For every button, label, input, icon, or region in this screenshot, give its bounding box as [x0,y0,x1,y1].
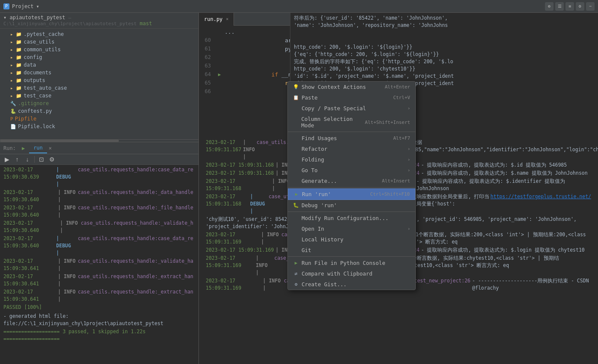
tree-item-test-case[interactable]: ▸ 📁 test_case [0,92,198,100]
project-icon: P [3,3,9,9]
tree-item-data[interactable]: ▸ 📁 data [0,61,198,69]
menu-git[interactable]: Git [288,245,415,255]
menu-column-selection[interactable]: Column Selection Mode Alt+Shift+Insert [288,114,415,131]
sidebar-root-name: apiautotest_pytest [9,15,65,21]
menu-local-history[interactable]: Local History [288,234,415,245]
compare-icon: ⇄ [293,271,299,277]
tab-close-btn[interactable]: × [226,17,228,21]
menu-label-modify: Modify Run Configuration... [302,215,388,221]
folder-icon: ▸ 📁 [10,78,22,83]
scroll-down-btn[interactable]: ↓ [23,155,32,164]
action-minimize[interactable]: − [586,2,595,11]
menu-label-column: Column Selection Mode [301,116,365,129]
tab-run-py[interactable]: run.py × [199,13,234,26]
log-line: 2023-02-17 15:09:30.640 | DEBUG | case_u… [0,235,198,257]
menu-generate[interactable]: Generate... Alt+Insert [288,176,415,186]
tree-label: test_case [24,93,51,99]
tree-label: outputs [24,77,45,83]
shortcut-run: Ctrl+Shift+F10 [370,191,410,197]
menu-label-generate: Generate... [302,178,337,184]
menu-find-usages[interactable]: Find Usages Alt+F7 [288,133,415,144]
python-file-icon: 🐍 [10,109,16,114]
folder-icon: ▸ 📁 [10,93,22,99]
title-bar: P Project ▾ ⊕ ☰ ≡ ⚙ − [0,0,598,13]
menu-goto[interactable]: Go To › [288,165,415,176]
tree-item-documents[interactable]: ▸ 📁 documents [0,69,198,76]
copy-paste-icon [293,106,299,112]
menu-compare-clipboard[interactable]: ⇄ Compare with Clipboard [288,268,415,279]
tree-item-common-utils[interactable]: ▸ 📁 common_utils [0,46,198,53]
menu-label-run-python: Run File in Python Console [302,260,385,266]
action-add[interactable]: ⊕ [545,2,554,11]
menu-show-context-actions[interactable]: 💡 Show Context Actions Alt+Enter [288,82,415,92]
menu-open-in[interactable]: Open In › [288,223,415,234]
menu-paste[interactable]: 📋 Paste Ctrl+V [288,92,415,103]
separator-4 [288,256,415,257]
menu-create-gist[interactable]: ⚙ Create Gist... [288,279,415,290]
title-separator: ▾ [36,3,39,9]
file-icon: 📄 [10,124,16,129]
tab-run[interactable]: run [29,143,47,153]
tree-label: Pipfile [15,116,37,122]
bottom-panel: Run: ▶ run × ▶ ↑ ↓ ⊡ ⚙ 2023-02-17 15:09:… [0,142,198,364]
generate-icon [293,178,299,184]
paste-icon: 📋 [293,95,299,101]
log-line: 2023-02-17 15:09:30.641 | INFO | case_ut… [0,288,198,303]
title-text: Project [12,3,34,9]
tree-item-outputs[interactable]: ▸ 📁 outputs [0,76,198,84]
tree-label: config [24,54,42,60]
sidebar: ▾ apiautotest_pytest – C:\1_xinjinyuan_c… [0,13,199,364]
toolbar-sep [34,156,35,163]
menu-modify-run-config[interactable]: Modify Run Configuration... [288,213,415,223]
menu-run-run[interactable]: ▶ Run 'run' Ctrl+Shift+F10 [288,188,415,200]
right-log-line-4: {'eq': {'http_code': 200, '$.login': '${… [294,51,595,58]
log-line: 2023-02-17 15:09:30.640 | INFO | case_ut… [0,219,198,235]
action-list[interactable]: ☰ [555,2,564,11]
filter-btn[interactable]: ⊡ [37,155,46,164]
gist-icon: ⚙ [293,282,299,288]
tree-label: data [24,62,36,68]
tree-item-pytest-cache[interactable]: ▸ 📁 .pytest_cache [0,30,198,38]
right-log-line-6: http_code': 200, '$.login': 'chytest10'}… [294,65,595,73]
tree-item-conftest[interactable]: 🐍 conftest.py [0,107,198,115]
goto-icon [293,167,299,173]
tree-item-case-utils[interactable]: ▸ 📁 case_utils [0,38,198,46]
app-window: P Project ▾ ⊕ ☰ ≡ ⚙ − ▾ apiautotest_pyte… [0,0,598,364]
scroll-up-btn[interactable]: ↑ [13,155,21,164]
tree-item-gitignore[interactable]: 🔧 .gitignore [0,100,198,107]
log-line: 2023-02-17 15:09:30.640 | INFO | case_ut… [0,188,198,204]
folder-icon: ▸ 📁 [10,47,22,53]
shortcut-find: Alt+F7 [393,135,410,141]
log-area: 2023-02-17 15:09:30.639 | DEBUG | case_u… [0,165,198,364]
log-line: 2023-02-17 15:09:30.641 | INFO | case_ut… [0,273,198,288]
action-settings[interactable]: ⚙ [576,2,584,11]
tree-item-test-auto-case[interactable]: ▸ 📁 test_auto_case [0,84,198,92]
separator-2 [288,187,415,188]
history-icon [293,237,299,243]
menu-folding[interactable]: Folding › [288,154,415,165]
restart-btn[interactable]: ▶ [3,155,11,164]
bottom-toolbar: ▶ ↑ ↓ ⊡ ⚙ [0,154,198,165]
folder-icon: ▸ 📁 [10,70,22,76]
folder-icon: ▸ 📁 [10,39,22,45]
menu-refactor[interactable]: Refactor › [288,144,415,154]
title-bar-left: P Project ▾ [3,3,39,9]
tree-label: .pytest_cache [24,31,64,37]
tab-label: run.py [204,16,222,22]
menu-label-find: Find Usages [302,135,337,141]
settings-btn[interactable]: ⚙ [47,155,56,164]
pip-file-icon: P [10,116,13,122]
tree-label: common_utils [24,47,61,53]
menu-copy-paste-special[interactable]: Copy / Paste Special › [288,103,415,114]
tree-item-pipfile-lock[interactable]: 📄 Pipfile.lock [0,123,198,130]
title-bar-actions: ⊕ ☰ ≡ ⚙ − [545,2,595,11]
tree-item-config[interactable]: ▸ 📁 config [0,53,198,61]
tree-item-pipfile[interactable]: P Pipfile [0,115,198,123]
menu-debug-run[interactable]: 🐛 Debug 'run' [288,200,415,211]
menu-label-open-in: Open In [302,226,324,232]
menu-run-file-python[interactable]: ▶ Run File in Python Console [288,258,415,268]
refactor-icon [293,146,299,152]
action-split[interactable]: ≡ [565,2,574,11]
tab-run-close[interactable]: × [49,145,52,151]
run-arrow-icon: ▶ [218,72,221,77]
